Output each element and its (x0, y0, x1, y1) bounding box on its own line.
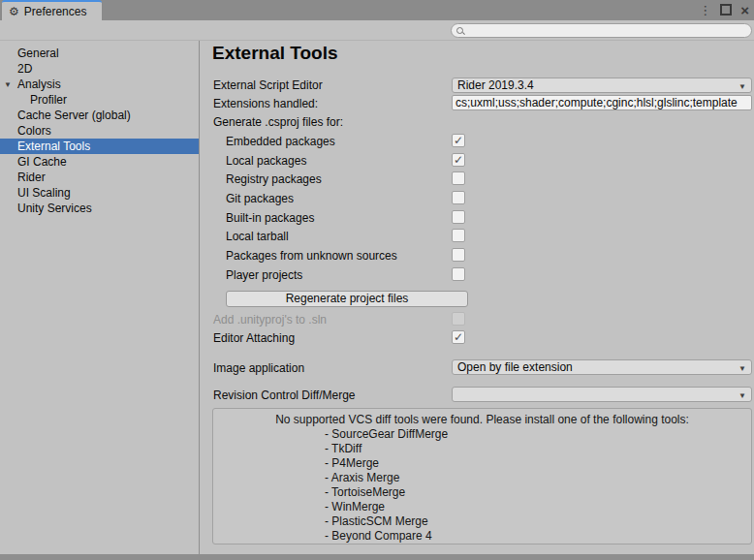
builtin-packages-label: Built-in packages (226, 211, 314, 226)
add-unityproj-label: Add .unityproj's to .sln (213, 313, 327, 327)
foldout-open-icon[interactable]: ▼ (4, 78, 12, 93)
chevron-down-icon: ▼ (738, 389, 746, 402)
sidebar-item-gi-cache[interactable]: GI Cache (0, 154, 199, 170)
generate-csproj-label: Generate .csproj files for: (213, 115, 343, 130)
window-menu-icon[interactable]: ⋮ (699, 4, 711, 16)
sidebar-item-2d[interactable]: 2D (0, 61, 199, 77)
sidebar: General 2D ▼ Analysis Profiler Cache Ser… (0, 41, 199, 554)
extensions-label: Extensions handled: (213, 97, 318, 111)
window-controls: ⋮ × (699, 0, 749, 19)
vcs-tool-item: - WinMerge (213, 500, 751, 514)
window-resize-strip (0, 554, 754, 560)
gear-icon: ⚙ (9, 6, 19, 17)
vcs-tool-item: - P4Merge (213, 456, 751, 471)
vcs-tool-item: - Beyond Compare 4 (213, 529, 751, 544)
vcs-tool-item: - Araxis Merge (213, 471, 751, 485)
toolbar (0, 20, 754, 41)
vcs-helpbox-intro: No supported VCS diff tools were found. … (213, 413, 751, 427)
sidebar-item-unity-services[interactable]: Unity Services (0, 201, 199, 216)
sidebar-item-analysis[interactable]: ▼ Analysis (0, 77, 199, 92)
sidebar-item-rider[interactable]: Rider (0, 170, 199, 185)
vcs-tool-item: - TortoiseMerge (213, 485, 751, 500)
search-icon (456, 27, 464, 35)
registry-packages-checkbox[interactable] (452, 171, 465, 185)
script-editor-dropdown[interactable]: Rider 2019.3.4 ▼ (452, 78, 752, 93)
image-application-dropdown[interactable]: Open by file extension ▼ (452, 359, 752, 375)
chevron-down-icon: ▼ (738, 362, 746, 375)
sidebar-item-label: Analysis (17, 78, 61, 91)
sidebar-item-external-tools[interactable]: External Tools (0, 139, 199, 154)
embedded-packages-label: Embedded packages (226, 135, 335, 149)
tab-title: Preferences (24, 5, 87, 18)
tab-preferences[interactable]: ⚙ Preferences (2, 0, 102, 20)
image-application-label: Image application (213, 361, 304, 376)
registry-packages-label: Registry packages (226, 172, 322, 187)
sidebar-item-ui-scaling[interactable]: UI Scaling (0, 185, 199, 201)
chevron-down-icon: ▼ (738, 80, 746, 93)
editor-attaching-checkbox[interactable]: ✓ (452, 330, 465, 344)
vcs-tool-item: - PlasticSCM Merge (213, 514, 751, 529)
sidebar-item-general[interactable]: General (0, 46, 199, 61)
local-packages-label: Local packages (226, 154, 306, 169)
search-box[interactable] (451, 23, 752, 38)
script-editor-value: Rider 2019.3.4 (457, 78, 534, 92)
git-packages-label: Git packages (226, 192, 294, 206)
close-icon[interactable]: × (740, 3, 749, 17)
local-packages-checkbox[interactable]: ✓ (452, 153, 465, 167)
external-tools-panel: External Tools External Script Editor Ri… (201, 41, 754, 554)
regenerate-project-files-button[interactable]: Regenerate project files (226, 291, 468, 307)
sidebar-item-colors[interactable]: Colors (0, 123, 199, 139)
unknown-sources-checkbox[interactable] (452, 248, 465, 262)
editor-attaching-label: Editor Attaching (213, 331, 295, 346)
sidebar-divider (199, 41, 200, 554)
local-tarball-label: Local tarball (226, 230, 289, 244)
sidebar-item-profiler[interactable]: Profiler (0, 92, 199, 108)
embedded-packages-checkbox[interactable]: ✓ (452, 134, 465, 147)
unknown-sources-label: Packages from unknown sources (226, 249, 397, 264)
vcs-tools-list: - SourceGear DiffMerge - TkDiff - P4Merg… (213, 427, 751, 544)
revision-control-dropdown[interactable]: ▼ (452, 387, 752, 402)
search-input[interactable] (467, 24, 750, 39)
player-projects-checkbox[interactable] (452, 267, 465, 281)
vcs-tool-item: - TkDiff (213, 442, 751, 456)
maximize-icon[interactable] (720, 4, 732, 16)
extensions-input[interactable]: cs;uxml;uss;shader;compute;cginc;hlsl;gl… (452, 95, 752, 110)
image-application-value: Open by file extension (457, 360, 573, 374)
add-unityproj-checkbox (452, 312, 465, 326)
builtin-packages-checkbox[interactable] (452, 210, 465, 224)
sidebar-item-cache-server[interactable]: Cache Server (global) (0, 108, 199, 123)
vcs-helpbox: No supported VCS diff tools were found. … (212, 408, 752, 544)
git-packages-checkbox[interactable] (452, 191, 465, 204)
preferences-body: General 2D ▼ Analysis Profiler Cache Ser… (0, 41, 754, 554)
local-tarball-checkbox[interactable] (452, 229, 465, 242)
revision-control-label: Revision Control Diff/Merge (213, 389, 356, 403)
window-tab-bar: ⚙ Preferences ⋮ × (0, 0, 754, 20)
player-projects-label: Player projects (226, 268, 302, 283)
page-title: External Tools (212, 43, 338, 64)
vcs-tool-item: - SourceGear DiffMerge (213, 427, 751, 442)
script-editor-label: External Script Editor (213, 78, 323, 93)
